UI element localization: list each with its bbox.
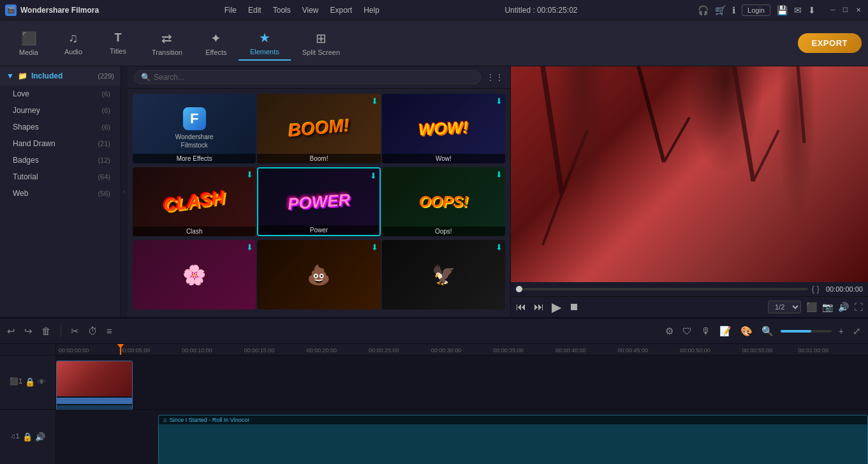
sidebar-item-shapes[interactable]: Shapes (6) [0, 119, 121, 135]
element-card-more-effects[interactable]: F WondershareFilmstock More Effects [133, 94, 256, 163]
zoom-out-icon[interactable]: 🔍 [760, 324, 776, 339]
element-card-clash[interactable]: CLASH ⬇ Clash [133, 167, 256, 237]
play-button[interactable]: ▶ [552, 299, 561, 315]
app-icon-symbol: 🎬 [7, 6, 15, 13]
download-power-icon[interactable]: ⬇ [370, 171, 377, 181]
element-card-boom[interactable]: BOOM! ⬇ Boom! [257, 94, 380, 163]
audio-clip[interactable]: ♫ Since I Started - Roll In Vinocor [158, 415, 868, 464]
svg-line-2 [543, 194, 562, 245]
menu-view[interactable]: View [297, 4, 324, 16]
volume-icon[interactable]: 🔊 [838, 302, 849, 312]
menu-button[interactable]: ≡ [105, 324, 114, 338]
cut-button[interactable]: ✂ [69, 324, 81, 339]
lock-icon[interactable]: 🔒 [25, 377, 35, 387]
card8-symbol: 💩 [307, 264, 330, 286]
element-card-8[interactable]: 💩 ⬇ [257, 240, 380, 310]
toolbar-effects[interactable]: ✦ Effects [194, 27, 239, 60]
toolbar-audio[interactable]: ♫ Audio [51, 27, 96, 59]
export-button[interactable]: EXPORT [798, 33, 862, 53]
timer-button[interactable]: ⏱ [86, 324, 99, 338]
ruler-mark-5: 00:00:25:00 [369, 347, 399, 354]
delete-button[interactable]: 🗑 [40, 324, 53, 338]
clip-thumbnail [57, 361, 132, 396]
element-card-power[interactable]: POWER ⬇ Power [257, 167, 380, 237]
step-back-button[interactable]: ⏮ [516, 301, 526, 313]
download-clash-icon[interactable]: ⬇ [246, 170, 253, 179]
login-button[interactable]: Login [742, 4, 770, 16]
sidebar-item-journey[interactable]: Journey (6) [0, 102, 121, 119]
split-screen-label: Split Screen [302, 49, 340, 56]
toolbar-transition[interactable]: ⇄ Transition [140, 27, 194, 60]
quality-selector[interactable]: 1/2 Full 1/4 [768, 301, 801, 313]
fullscreen-icon[interactable]: ⛶ [854, 302, 863, 312]
shield-icon[interactable]: 🛡 [680, 324, 694, 338]
audio-vol-icon[interactable]: 🔊 [35, 432, 45, 442]
close-button[interactable]: ✕ [854, 6, 863, 15]
track-num-audio: ♫1 [10, 432, 19, 442]
download-wow-icon[interactable]: ⬇ [496, 96, 503, 106]
info-icon[interactable]: ℹ [732, 5, 735, 15]
maximize-button[interactable]: ☐ [841, 6, 850, 15]
element-card-oops[interactable]: OOPS! ⬇ Oops! [382, 167, 505, 237]
snapshot-icon[interactable]: 📷 [822, 302, 833, 312]
collapse-handle[interactable]: ‹ [121, 66, 128, 317]
download-boom-icon[interactable]: ⬇ [371, 96, 378, 106]
color-icon[interactable]: 🎨 [739, 324, 754, 339]
redo-button[interactable]: ↪ [22, 324, 34, 339]
elements-grid: F WondershareFilmstock More Effects BOOM… [128, 89, 510, 317]
download-card8-icon[interactable]: ⬇ [371, 243, 378, 252]
sidebar-included-header[interactable]: ▼ 📁 Included (229) [0, 66, 121, 86]
menu-export[interactable]: Export [325, 4, 358, 16]
download-oops-icon[interactable]: ⬇ [496, 170, 503, 179]
element-card-wow[interactable]: WOW! ⬇ Wow! [382, 94, 505, 163]
stop-button[interactable]: ⏹ [569, 301, 579, 313]
main-area: ▼ 📁 Included (229) Love (6) Journey (6) … [0, 66, 868, 317]
search-icon: 🔍 [141, 73, 151, 82]
screen-icon[interactable]: ⬛ [806, 302, 817, 312]
toolbar-titles[interactable]: T Titles [96, 27, 140, 59]
cart-icon[interactable]: 🛒 [715, 5, 726, 15]
expand-icon[interactable]: ⤢ [851, 324, 863, 339]
menu-edit[interactable]: Edit [243, 4, 267, 16]
headphones-icon[interactable]: 🎧 [698, 5, 709, 15]
menu-help[interactable]: Help [358, 4, 385, 16]
eye-icon[interactable]: 👁 [38, 377, 46, 387]
toolbar-media[interactable]: ⬛ Media [6, 27, 51, 60]
step-forward-button[interactable]: ⏭ [534, 301, 544, 313]
sidebar-item-love[interactable]: Love (6) [0, 86, 121, 102]
zoom-in-icon[interactable]: + [837, 324, 846, 338]
sidebar-item-badges[interactable]: Badges (12) [0, 152, 121, 168]
settings-icon[interactable]: ⚙ [663, 324, 675, 339]
card9-symbol: 🦅 [432, 264, 455, 286]
playback-right: 1/2 Full 1/4 ⬛ 📷 🔊 ⛶ [768, 301, 863, 313]
search-input[interactable] [154, 73, 474, 82]
titlebar-left: 🎬 Wondershare Filmora [5, 4, 99, 16]
progress-bar[interactable] [516, 288, 808, 290]
sidebar-item-web[interactable]: Web (56) [0, 185, 121, 202]
sidebar-item-tutorial[interactable]: Tutorial (64) [0, 168, 121, 185]
search-box[interactable]: 🔍 [134, 70, 481, 84]
undo-button[interactable]: ↩ [5, 324, 17, 339]
chevron-down-icon: ▼ [6, 71, 14, 80]
save-icon[interactable]: 💾 [777, 5, 788, 15]
toolbar-split-screen[interactable]: ⊞ Split Screen [291, 27, 351, 60]
zoom-slider[interactable] [781, 330, 832, 333]
download-card9-icon[interactable]: ⬇ [496, 243, 503, 252]
folder-icon: 📁 [18, 71, 27, 80]
grid-view-icon[interactable]: ⋮⋮ [486, 72, 504, 82]
toolbar-elements[interactable]: ★ Elements [239, 26, 291, 61]
mail-icon[interactable]: ✉ [794, 5, 802, 15]
captions-icon[interactable]: 📝 [717, 324, 733, 339]
element-card-7[interactable]: 🌸 ⬇ [133, 240, 256, 310]
menu-tools[interactable]: Tools [268, 4, 296, 16]
mic-icon[interactable]: 🎙 [699, 324, 712, 338]
playhead[interactable] [120, 344, 121, 355]
titles-label: Titles [110, 47, 126, 55]
download-icon[interactable]: ⬇ [808, 5, 816, 15]
minimize-button[interactable]: ─ [828, 6, 837, 15]
sidebar-item-hand-drawn[interactable]: Hand Drawn (21) [0, 135, 121, 152]
element-card-9[interactable]: 🦅 ⬇ [382, 240, 505, 310]
download-card7-icon[interactable]: ⬇ [246, 243, 253, 252]
audio-lock-icon[interactable]: 🔒 [22, 432, 33, 442]
menu-file[interactable]: File [219, 4, 242, 16]
